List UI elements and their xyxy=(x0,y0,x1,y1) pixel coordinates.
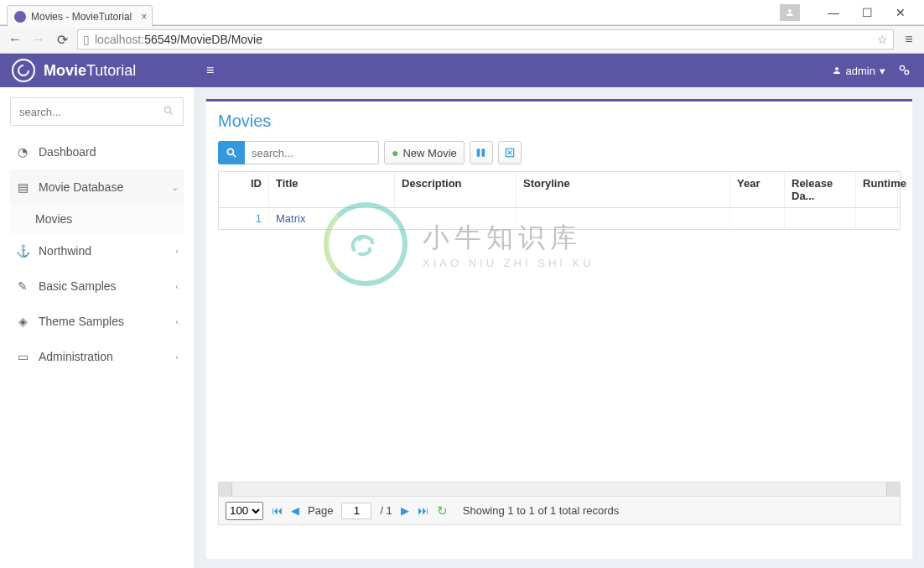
next-page-button[interactable]: ▶ xyxy=(401,504,409,517)
anchor-icon: ⚓ xyxy=(15,244,30,258)
svg-point-0 xyxy=(788,9,792,13)
logo-icon xyxy=(12,59,35,82)
svg-rect-8 xyxy=(477,149,480,156)
svg-point-2 xyxy=(900,65,904,70)
cell-release xyxy=(785,208,856,229)
brand[interactable]: MovieTutorial xyxy=(0,59,193,82)
col-id[interactable]: ID xyxy=(219,172,269,207)
nav-label: Northwind xyxy=(39,244,91,258)
sidebar-item-theme-samples[interactable]: ◈ Theme Samples ‹ xyxy=(10,304,184,339)
close-window-button[interactable]: ✕ xyxy=(884,6,917,19)
monitor-icon: ▭ xyxy=(15,350,30,363)
cell-storyline xyxy=(517,208,730,229)
sidebar-item-basic-samples[interactable]: ✎ Basic Samples ‹ xyxy=(10,268,184,304)
col-runtime[interactable]: Runtime xyxy=(856,172,898,207)
brand-bold: Movie xyxy=(44,62,86,80)
plus-icon: ● xyxy=(392,146,398,159)
sidebar-search[interactable] xyxy=(10,97,184,126)
svg-point-3 xyxy=(905,70,909,75)
new-movie-label: New Movie xyxy=(402,147,456,159)
chrome-menu-icon[interactable]: ≡ xyxy=(901,32,917,47)
search-icon xyxy=(163,105,174,119)
col-year[interactable]: Year xyxy=(730,172,785,207)
maximize-button[interactable]: ☐ xyxy=(850,6,884,19)
cell-runtime xyxy=(856,208,898,229)
minimize-button[interactable]: — xyxy=(817,6,850,19)
last-page-button[interactable]: ⏭ xyxy=(418,504,428,517)
grid-row[interactable]: 1 Matrix xyxy=(219,208,900,229)
favicon xyxy=(14,11,26,23)
bookmark-star-icon[interactable]: ☆ xyxy=(877,33,888,46)
window-titlebar: Movies - MovieTutorial × — ☐ ✕ xyxy=(0,0,924,25)
scroll-right-button[interactable] xyxy=(886,482,900,496)
excel-export-button[interactable] xyxy=(498,141,522,164)
new-movie-button[interactable]: ● New Movie xyxy=(384,141,465,164)
pager: 100 ⏮ ◀ Page / 1 ▶ ⏭ ↻ Showing 1 to 1 of… xyxy=(218,497,901,525)
first-page-button[interactable]: ⏮ xyxy=(272,504,283,517)
sidebar-toggle-icon[interactable]: ≡ xyxy=(193,63,227,78)
sidebar-item-movie-database[interactable]: ▤ Movie Database ⌄ xyxy=(10,169,184,205)
chrome-user-icon[interactable] xyxy=(780,4,800,21)
movies-panel: Movies ● New Movie xyxy=(206,99,912,559)
app-header: MovieTutorial ≡ admin ▾ xyxy=(0,54,924,87)
content-area: Movies ● New Movie xyxy=(195,87,924,568)
chevron-left-icon: ‹ xyxy=(175,246,179,256)
quick-search-button[interactable] xyxy=(218,141,245,164)
col-release-date[interactable]: Release Da... xyxy=(785,172,856,207)
watermark-en: XIAO NIU ZHI SHI KU xyxy=(423,257,594,269)
back-button[interactable]: ← xyxy=(7,32,23,47)
cell-id: 1 xyxy=(219,208,269,229)
col-description[interactable]: Description xyxy=(395,172,517,207)
svg-point-1 xyxy=(835,67,838,70)
page-label: Page xyxy=(308,504,333,517)
col-title[interactable]: Title xyxy=(269,172,395,207)
chevron-left-icon: ‹ xyxy=(175,352,179,362)
column-picker-button[interactable] xyxy=(470,141,493,164)
nav-label: Administration xyxy=(39,350,113,363)
prev-page-button[interactable]: ◀ xyxy=(291,504,299,517)
sidebar-item-northwind[interactable]: ⚓ Northwind ‹ xyxy=(10,233,184,268)
sidebar: ◔ Dashboard ▤ Movie Database ⌄ Movies ⚓ … xyxy=(0,87,195,568)
nav-label: Theme Samples xyxy=(39,315,124,328)
horizontal-scrollbar[interactable] xyxy=(218,482,901,497)
wand-icon: ✎ xyxy=(15,279,30,293)
grid-search-input[interactable] xyxy=(245,141,379,164)
nav-sub-label: Movies xyxy=(35,212,72,226)
svg-line-7 xyxy=(233,154,236,158)
film-icon: ▤ xyxy=(15,180,30,194)
panel-title: Movies xyxy=(218,112,901,131)
diamond-icon: ◈ xyxy=(15,315,30,328)
browser-tab[interactable]: Movies - MovieTutorial × xyxy=(7,5,153,27)
grid-header: ID Title Description Storyline Year Rele… xyxy=(219,172,900,208)
svg-point-6 xyxy=(227,149,233,154)
sidebar-search-input[interactable] xyxy=(19,106,163,118)
chevron-left-icon: ‹ xyxy=(175,281,179,291)
data-grid: ID Title Description Storyline Year Rele… xyxy=(218,171,901,230)
browser-toolbar: ← → ⟳ ▯ localhost:56549/MovieDB/Movie ☆ … xyxy=(0,25,924,54)
address-bar[interactable]: ▯ localhost:56549/MovieDB/Movie ☆ xyxy=(77,29,894,50)
cell-description xyxy=(395,208,517,229)
grid-toolbar: ● New Movie xyxy=(218,141,901,164)
nav-label: Basic Samples xyxy=(39,279,117,293)
cell-year xyxy=(730,208,785,229)
reload-button[interactable]: ⟳ xyxy=(54,32,70,48)
user-menu[interactable]: admin ▾ xyxy=(832,65,885,77)
user-name: admin xyxy=(846,65,875,77)
nav-label: Dashboard xyxy=(39,145,96,159)
cell-title[interactable]: Matrix xyxy=(269,208,395,229)
sidebar-subitem-movies[interactable]: Movies xyxy=(10,205,184,233)
url-host: localhost: xyxy=(95,33,144,46)
scroll-left-button[interactable] xyxy=(219,482,232,496)
sidebar-item-dashboard[interactable]: ◔ Dashboard xyxy=(10,134,184,169)
total-pages: / 1 xyxy=(380,504,392,517)
refresh-button[interactable]: ↻ xyxy=(437,503,448,518)
sidebar-item-administration[interactable]: ▭ Administration ‹ xyxy=(10,339,184,374)
col-storyline[interactable]: Storyline xyxy=(517,172,730,207)
forward-button[interactable]: → xyxy=(30,32,47,47)
close-tab-icon[interactable]: × xyxy=(141,11,147,23)
page-input[interactable] xyxy=(341,503,371,519)
settings-gears-icon[interactable] xyxy=(897,63,911,79)
page-size-select[interactable]: 100 xyxy=(226,502,263,520)
pager-status: Showing 1 to 1 of 1 total records xyxy=(463,504,619,517)
tab-title: Movies - MovieTutorial xyxy=(31,11,132,23)
